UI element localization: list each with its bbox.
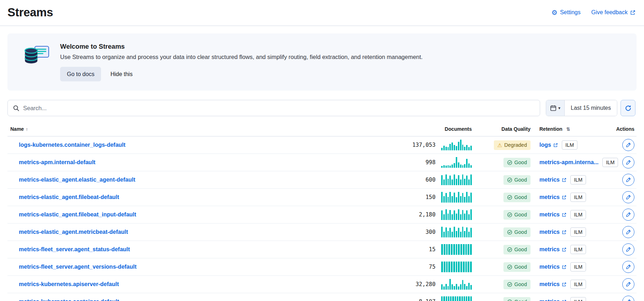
column-header-data-quality: Data Quality	[472, 126, 530, 132]
stream-name-link[interactable]: metrics-elastic_agent.filebeat_input-def…	[19, 211, 136, 218]
retention-ilm-badge: ILM	[570, 245, 586, 254]
retention-policy-link[interactable]: logs	[539, 142, 558, 148]
retention-policy-link[interactable]: metrics	[539, 194, 566, 200]
data-quality-label: Good	[514, 160, 527, 165]
stream-name-link[interactable]: metrics-kubernetes.container-default	[19, 299, 119, 301]
go-to-docs-button[interactable]: Go to docs	[60, 67, 101, 81]
check-circle-icon	[507, 212, 512, 217]
retention-ilm-badge: ILM	[562, 140, 577, 150]
pencil-icon	[625, 177, 631, 183]
retention-ilm-badge: ILM	[570, 175, 586, 184]
hide-this-button[interactable]: Hide this	[110, 71, 132, 77]
edit-stream-button[interactable]	[622, 156, 634, 168]
retention-ilm-badge: ILM	[570, 193, 586, 202]
pencil-icon	[625, 142, 631, 148]
search-input[interactable]	[23, 105, 535, 112]
retention-policy-link[interactable]: metrics	[539, 299, 566, 301]
stream-name-link[interactable]: metrics-elastic_agent.filebeat-default	[19, 194, 119, 200]
retention-policy-link[interactable]: metrics	[539, 246, 566, 253]
check-circle-icon	[507, 230, 512, 235]
give-feedback-label: Give feedback	[591, 9, 628, 16]
documents-sparkline	[441, 279, 472, 290]
stream-name-link[interactable]: logs-kubernetes.container_logs-default	[19, 142, 126, 148]
external-link-icon	[562, 230, 566, 235]
data-quality-label: Good	[514, 264, 527, 270]
retention-policy-link[interactable]: metrics	[539, 229, 566, 235]
stream-name-link[interactable]: metrics-fleet_server.agent_versions-defa…	[19, 264, 137, 270]
edit-stream-button[interactable]	[622, 278, 634, 290]
data-quality-label: Good	[514, 229, 527, 235]
retention-policy-link[interactable]: metrics	[539, 211, 566, 218]
retention-policy-link[interactable]: metrics	[539, 281, 566, 287]
edit-stream-button[interactable]	[622, 174, 634, 186]
pencil-icon	[625, 194, 631, 200]
page-title: Streams	[7, 6, 53, 19]
documents-sparkline	[441, 209, 472, 220]
stream-name-link[interactable]: metrics-elastic_agent.metricbeat-default	[19, 229, 128, 235]
table-row: metrics-fleet_server.agent_status-defaul…	[7, 241, 637, 258]
search-box[interactable]	[7, 100, 540, 116]
external-link-icon	[562, 265, 566, 269]
settings-label: Settings	[560, 9, 581, 16]
external-link-icon	[562, 213, 566, 217]
check-circle-icon	[507, 299, 512, 301]
sort-ascending-icon: ↑	[26, 127, 28, 132]
column-label-documents: Documents	[445, 126, 472, 132]
data-quality-label: Good	[514, 212, 527, 217]
welcome-description: Use Streams to organize and process your…	[60, 54, 423, 60]
column-header-retention[interactable]: Retention ⇅	[530, 126, 609, 132]
time-range-button[interactable]: Last 15 minutes	[565, 100, 617, 116]
check-circle-icon	[507, 264, 512, 270]
data-quality-badge: Good	[503, 297, 530, 301]
data-quality-badge: Good	[503, 193, 530, 202]
edit-stream-button[interactable]	[622, 209, 634, 221]
refresh-button[interactable]	[621, 100, 635, 116]
page-header: Streams ⚙ Settings Give feedback	[0, 0, 644, 26]
chevron-down-icon: ▾	[558, 106, 560, 111]
header-actions: ⚙ Settings Give feedback	[551, 9, 635, 16]
documents-sparkline	[441, 174, 472, 185]
stream-name-link[interactable]: metrics-apm.internal-default	[19, 159, 95, 166]
stream-name-link[interactable]: metrics-fleet_server.agent_status-defaul…	[19, 246, 130, 253]
retention-ilm-badge: ILM	[570, 280, 586, 289]
settings-link[interactable]: ⚙ Settings	[551, 9, 581, 16]
documents-sparkline	[441, 227, 472, 237]
pencil-icon	[625, 299, 631, 301]
external-link-icon	[562, 282, 566, 287]
give-feedback-link[interactable]: Give feedback	[591, 9, 635, 16]
table-row: metrics-elastic_agent.metricbeat-default…	[7, 224, 637, 241]
pencil-icon	[625, 247, 631, 252]
documents-sparkline	[441, 296, 472, 301]
column-header-name[interactable]: Name ↑	[7, 126, 358, 132]
retention-ilm-badge: ILM	[570, 227, 586, 237]
streams-page: { "page": { "title": "Streams" }, "heade…	[0, 0, 644, 301]
data-quality-label: Good	[514, 194, 527, 200]
check-circle-icon	[507, 177, 512, 183]
welcome-title: Welcome to Streams	[60, 43, 423, 50]
documents-count: 600	[426, 177, 436, 183]
date-picker-menu-button[interactable]: ▾	[546, 100, 565, 116]
refresh-icon	[625, 105, 632, 112]
table-row: metrics-fleet_server.agent_versions-defa…	[7, 258, 637, 276]
stream-name-link[interactable]: metrics-kubernetes.apiserver-default	[19, 281, 119, 287]
stream-name-link[interactable]: metrics-elastic_agent.elastic_agent-defa…	[19, 177, 135, 183]
retention-policy-link[interactable]: metrics	[539, 264, 566, 270]
toolbar: ▾ Last 15 minutes	[7, 100, 635, 116]
external-link-icon	[630, 10, 635, 15]
retention-ilm-badge: ILM	[570, 297, 586, 301]
retention-policy-link[interactable]: metrics-apm.interna...	[539, 159, 598, 166]
table-row: metrics-kubernetes.container-default 8,1…	[7, 293, 637, 301]
pencil-icon	[625, 212, 631, 217]
documents-count: 300	[426, 229, 436, 235]
edit-stream-button[interactable]	[622, 261, 634, 273]
edit-stream-button[interactable]	[622, 243, 634, 256]
pencil-icon	[625, 160, 631, 165]
retention-policy-link[interactable]: metrics	[539, 177, 566, 183]
edit-stream-button[interactable]	[622, 296, 634, 301]
edit-stream-button[interactable]	[622, 139, 634, 151]
documents-sparkline	[441, 192, 472, 203]
edit-stream-button[interactable]	[622, 226, 634, 238]
data-quality-badge: Good	[503, 175, 530, 185]
edit-stream-button[interactable]	[622, 191, 634, 203]
retention-ilm-badge: ILM	[570, 210, 586, 219]
